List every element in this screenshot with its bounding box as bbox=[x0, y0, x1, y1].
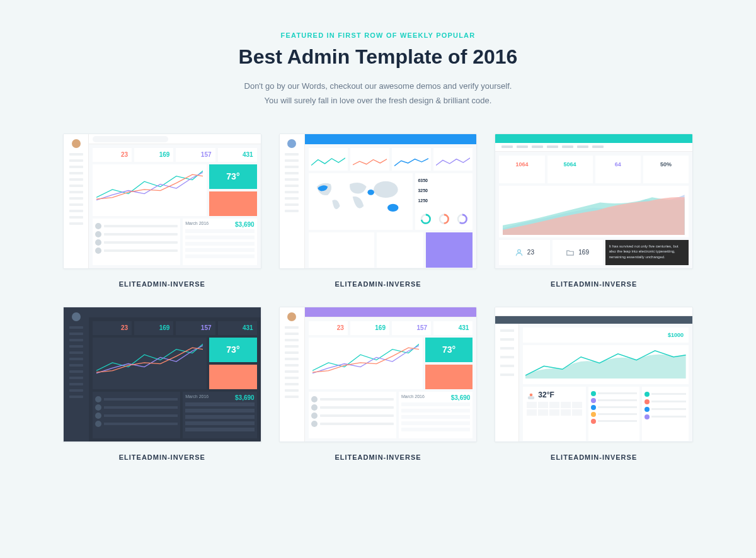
todo-widget bbox=[642, 387, 689, 441]
template-caption: ELITEADMIN-INVERSE bbox=[119, 280, 205, 288]
template-caption: ELITEADMIN-INVERSE bbox=[119, 453, 205, 461]
map-stats: 6350 3250 1250 bbox=[415, 173, 472, 230]
template-thumb-5: 23 169 157 431 73° March 2016$3,690 bbox=[279, 307, 478, 442]
message-card bbox=[209, 191, 256, 216]
svg-point-0 bbox=[374, 181, 398, 198]
template-card-1[interactable]: 23 169 157 431 73° March 2016$3,690 bbox=[63, 134, 261, 288]
template-caption: ELITEADMIN-INVERSE bbox=[551, 453, 637, 461]
template-thumb-3: 1064 5064 64 50% 23 169 It has survived … bbox=[495, 134, 693, 269]
svg-point-10 bbox=[530, 393, 533, 396]
eyebrow: FEATURED IN FIRST ROW OF WEEKLY POPULAR bbox=[63, 31, 693, 39]
banner-text: It has survived not only five centuries,… bbox=[605, 240, 689, 265]
stat-value: 169 bbox=[134, 148, 173, 162]
template-caption: ELITEADMIN-INVERSE bbox=[551, 280, 637, 288]
svg-point-1 bbox=[367, 190, 374, 195]
area-chart bbox=[499, 186, 689, 237]
total-cost: $1000 bbox=[523, 327, 689, 343]
template-card-4[interactable]: 23 169 157 431 73° March 2016$3,690 E bbox=[63, 307, 261, 461]
stat-value: 23 bbox=[93, 148, 132, 162]
projects-card: 169 bbox=[553, 240, 603, 265]
page-subtitle-1: Don't go by our Words, checkout our awes… bbox=[63, 79, 693, 93]
template-thumb-4: 23 169 157 431 73° March 2016$3,690 bbox=[63, 307, 261, 442]
templates-grid: 23 169 157 431 73° March 2016$3,690 bbox=[63, 134, 693, 461]
page-title: Best Admin Template of 2016 bbox=[63, 45, 693, 69]
weather-temp: 73° bbox=[209, 164, 256, 189]
clients-card: 23 bbox=[499, 240, 549, 265]
template-card-5[interactable]: 23 169 157 431 73° March 2016$3,690 E bbox=[279, 307, 478, 461]
comments-card bbox=[93, 219, 180, 265]
template-card-3[interactable]: 1064 5064 64 50% 23 169 It has survived … bbox=[495, 134, 693, 288]
page-header: FEATURED IN FIRST ROW OF WEEKLY POPULAR … bbox=[63, 31, 693, 108]
sales-card: March 2016$3,690 bbox=[183, 219, 256, 265]
template-card-6[interactable]: $1000 32°F ELITEADMIN-INVERSE bbox=[495, 307, 693, 461]
weather-widget: 32°F bbox=[523, 387, 586, 441]
template-card-2[interactable]: 6350 3250 1250 ELITEADMIN-INVERSE bbox=[279, 134, 478, 288]
template-thumb-1: 23 169 157 431 73° March 2016$3,690 bbox=[63, 134, 261, 269]
world-map bbox=[309, 173, 413, 230]
stat-value: 431 bbox=[218, 148, 257, 162]
stat-value: 157 bbox=[176, 148, 215, 162]
template-caption: ELITEADMIN-INVERSE bbox=[335, 453, 421, 461]
activity-widget bbox=[588, 387, 639, 441]
template-thumb-6: $1000 32°F bbox=[495, 307, 693, 442]
template-caption: ELITEADMIN-INVERSE bbox=[335, 280, 421, 288]
template-thumb-2: 6350 3250 1250 bbox=[279, 134, 478, 269]
svg-point-2 bbox=[387, 203, 399, 211]
svg-point-9 bbox=[518, 249, 521, 253]
page-subtitle-2: You will surely fall in love over the fr… bbox=[63, 93, 693, 108]
line-chart bbox=[93, 164, 207, 216]
